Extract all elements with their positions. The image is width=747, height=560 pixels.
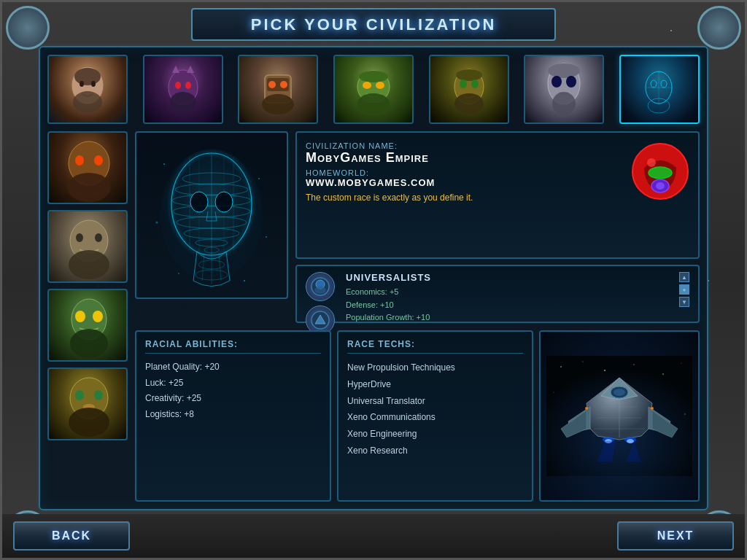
racial-stat-4: Logistics: +8 — [145, 407, 321, 423]
corner-decoration-tl — [6, 6, 50, 50]
tech-item-5: Xeno Engineering — [347, 426, 523, 443]
svg-point-9 — [185, 82, 191, 89]
svg-point-103 — [684, 413, 685, 414]
portrait-alien-green[interactable] — [333, 55, 414, 124]
svg-point-87 — [649, 167, 672, 179]
svg-point-10 — [170, 92, 196, 112]
tech-item-6: Xeno Research — [347, 443, 523, 459]
tech-item-4: Xeno Communications — [347, 409, 523, 426]
trait-content: Universalists Economics: +5 Defense: +10… — [346, 272, 676, 324]
svg-point-101 — [681, 362, 681, 363]
svg-point-20 — [376, 82, 384, 89]
bottom-navigation: BACK NEXT — [2, 514, 745, 558]
svg-point-54 — [69, 408, 109, 437]
svg-point-52 — [94, 390, 103, 400]
portrait-human[interactable] — [47, 55, 128, 124]
svg-point-2 — [80, 81, 84, 87]
trait-scroll-indicator: ● — [679, 284, 689, 295]
trait-stat-1: Economics: +5 — [346, 286, 676, 299]
tech-item-2: HyperDrive — [347, 376, 523, 393]
racial-abilities-title: Racial Abilities: — [145, 339, 321, 354]
trait-scrollbar: ▲ ● ▼ — [679, 272, 689, 307]
svg-point-97 — [582, 361, 583, 362]
trait-stat-2: Defense: +10 — [346, 299, 676, 312]
svg-point-109 — [614, 389, 625, 396]
svg-point-48 — [93, 311, 103, 322]
svg-point-83 — [266, 236, 267, 238]
top-portraits-row — [47, 55, 700, 124]
center-wireframe-portrait — [135, 131, 288, 299]
trait-name: Universalists — [346, 272, 676, 283]
svg-point-98 — [604, 370, 605, 371]
svg-point-21 — [357, 93, 390, 114]
svg-point-89 — [656, 182, 665, 190]
svg-point-49 — [70, 329, 108, 358]
svg-point-100 — [662, 373, 664, 375]
svg-point-26 — [454, 93, 484, 114]
svg-point-80 — [163, 163, 165, 165]
svg-point-93 — [314, 287, 326, 294]
left-portrait-1[interactable] — [47, 131, 128, 204]
civilization-info-panel: Civilization Name: MobyGames Empire Home… — [295, 131, 700, 259]
svg-point-44 — [95, 233, 102, 242]
svg-point-1 — [74, 68, 101, 85]
svg-point-24 — [460, 79, 467, 88]
svg-point-16 — [262, 94, 294, 114]
svg-point-25 — [471, 79, 479, 88]
svg-point-90 — [647, 158, 656, 167]
trait-icons — [306, 272, 338, 333]
trait-panel: Universalists Economics: +5 Defense: +10… — [295, 265, 700, 323]
trait-scroll-up[interactable]: ▲ — [679, 272, 689, 282]
next-button[interactable]: NEXT — [617, 521, 734, 551]
portrait-mech[interactable] — [238, 55, 318, 124]
page-title: PICK YOUR CIVILIZATION — [251, 15, 497, 34]
svg-point-31 — [552, 92, 576, 115]
svg-point-35 — [651, 80, 657, 88]
trait-icon-top — [306, 272, 335, 301]
trait-scroll-down[interactable]: ▼ — [679, 297, 689, 307]
left-portrait-2[interactable] — [47, 210, 128, 283]
trait-stat-3: Population Growth: +10 — [346, 311, 676, 324]
racial-stat-1: Planet Quality: +20 — [145, 359, 321, 376]
portrait-reptile[interactable] — [429, 55, 509, 124]
trait-stats: Economics: +5 Defense: +10 Population Gr… — [346, 286, 676, 324]
racial-abilities-panel: Racial Abilities: Planet Quality: +20 Lu… — [135, 330, 331, 502]
svg-point-8 — [175, 82, 181, 89]
svg-point-13 — [268, 81, 276, 88]
svg-marker-7 — [187, 66, 194, 73]
svg-point-70 — [190, 192, 208, 212]
race-techs-title: Race Techs: — [347, 339, 523, 354]
svg-point-47 — [75, 311, 85, 322]
svg-point-28 — [548, 63, 580, 78]
left-portraits-column — [47, 131, 128, 502]
bottom-panels: Racial Abilities: Planet Quality: +20 Lu… — [135, 330, 700, 502]
outer-frame: PICK YOUR CIVILIZATION — [0, 0, 747, 560]
svg-point-39 — [75, 155, 84, 166]
portrait-gray-alien[interactable] — [524, 55, 604, 124]
svg-point-30 — [566, 76, 576, 88]
svg-point-114 — [585, 407, 588, 410]
svg-point-41 — [67, 173, 111, 202]
svg-point-96 — [560, 366, 562, 368]
portrait-dark-alien[interactable] — [143, 55, 223, 124]
svg-point-18 — [359, 71, 388, 82]
svg-point-45 — [69, 250, 109, 279]
left-portrait-4[interactable] — [47, 368, 128, 440]
svg-point-99 — [633, 364, 634, 365]
tech-item-3: Universal Translator — [347, 393, 523, 410]
svg-point-43 — [76, 233, 83, 242]
racial-stat-3: Creativity: +25 — [145, 391, 321, 407]
left-portrait-3[interactable] — [47, 289, 128, 362]
portrait-wireframe-selected[interactable] — [619, 55, 700, 124]
svg-point-19 — [363, 82, 371, 89]
corner-decoration-tr — [697, 6, 741, 50]
tech-item-1: New Propulsion Techniques — [347, 359, 523, 376]
svg-marker-6 — [172, 66, 179, 73]
svg-point-115 — [651, 407, 654, 410]
svg-point-4 — [73, 91, 102, 113]
svg-point-81 — [258, 178, 260, 179]
svg-point-36 — [661, 80, 667, 88]
ship-image-panel — [539, 330, 700, 502]
civilization-logo — [631, 140, 689, 209]
back-button[interactable]: BACK — [13, 521, 130, 551]
